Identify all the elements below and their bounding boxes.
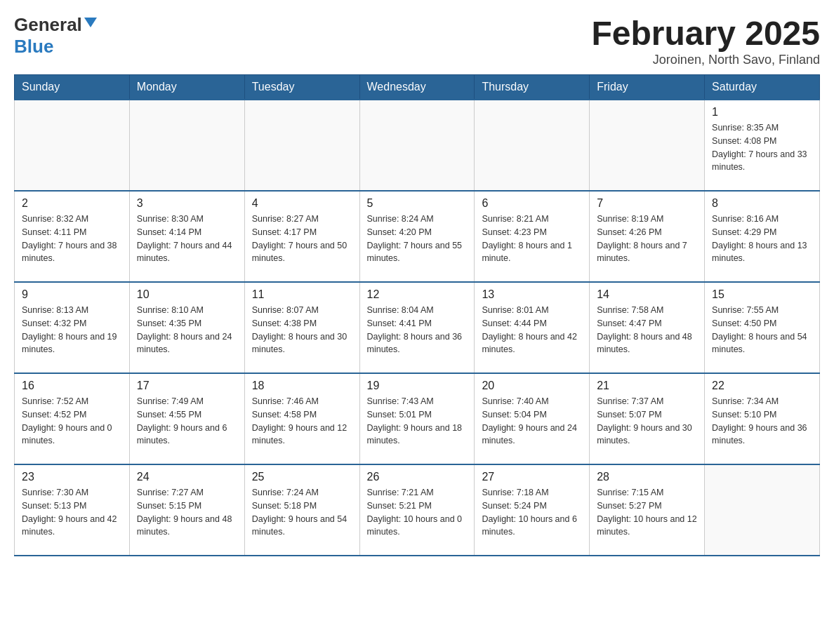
calendar-day-cell: 4Sunrise: 8:27 AMSunset: 4:17 PMDaylight… [244,191,359,282]
day-info: Sunrise: 8:24 AMSunset: 4:20 PMDaylight:… [367,213,468,265]
calendar-subtitle: Joroinen, North Savo, Finland [591,53,820,67]
calendar-day-cell: 2Sunrise: 8:32 AMSunset: 4:11 PMDaylight… [15,191,130,282]
calendar-day-cell: 3Sunrise: 8:30 AMSunset: 4:14 PMDaylight… [129,191,244,282]
day-number: 24 [137,471,237,483]
day-info: Sunrise: 7:34 AMSunset: 5:10 PMDaylight:… [712,395,812,448]
calendar-week-row: 9Sunrise: 8:13 AMSunset: 4:32 PMDaylight… [15,282,820,373]
logo-triangle-icon [84,18,97,30]
day-number: 25 [252,471,352,483]
day-info: Sunrise: 7:40 AMSunset: 5:04 PMDaylight:… [482,395,582,448]
logo: General Blue [14,14,97,58]
calendar-day-cell: 15Sunrise: 7:55 AMSunset: 4:50 PMDayligh… [705,282,820,373]
day-number: 12 [367,288,468,301]
day-number: 8 [712,197,812,210]
calendar-body: 1Sunrise: 8:35 AMSunset: 4:08 PMDaylight… [15,100,820,556]
day-number: 15 [712,288,812,301]
calendar-day-cell [359,100,475,191]
calendar-day-cell: 11Sunrise: 8:07 AMSunset: 4:38 PMDayligh… [244,282,359,373]
day-number: 2 [22,197,122,210]
weekday-header-monday: Monday [129,75,244,100]
day-info: Sunrise: 8:35 AMSunset: 4:08 PMDaylight:… [712,121,812,174]
weekday-header-friday: Friday [590,75,705,100]
calendar-title: February 2025 [591,14,820,53]
calendar-table: SundayMondayTuesdayWednesdayThursdayFrid… [14,74,820,556]
day-number: 21 [597,380,697,392]
day-number: 1 [712,106,812,119]
calendar-day-cell: 13Sunrise: 8:01 AMSunset: 4:44 PMDayligh… [475,282,590,373]
day-number: 3 [137,197,237,210]
weekday-header-tuesday: Tuesday [244,75,359,100]
day-info: Sunrise: 7:52 AMSunset: 4:52 PMDaylight:… [22,395,122,448]
day-number: 5 [367,197,468,210]
day-number: 27 [482,471,582,483]
day-number: 22 [712,380,812,392]
day-number: 23 [22,471,122,483]
day-number: 19 [367,380,468,392]
day-info: Sunrise: 7:24 AMSunset: 5:18 PMDaylight:… [252,486,352,539]
calendar-week-row: 23Sunrise: 7:30 AMSunset: 5:13 PMDayligh… [15,464,820,556]
day-number: 17 [137,380,237,392]
calendar-week-row: 16Sunrise: 7:52 AMSunset: 4:52 PMDayligh… [15,373,820,464]
day-info: Sunrise: 7:27 AMSunset: 5:15 PMDaylight:… [137,486,237,539]
calendar-week-row: 2Sunrise: 8:32 AMSunset: 4:11 PMDaylight… [15,191,820,282]
calendar-day-cell [705,464,820,556]
calendar-day-cell: 1Sunrise: 8:35 AMSunset: 4:08 PMDaylight… [705,100,820,191]
day-info: Sunrise: 8:04 AMSunset: 4:41 PMDaylight:… [367,304,468,356]
weekday-header-wednesday: Wednesday [359,75,475,100]
day-info: Sunrise: 8:21 AMSunset: 4:23 PMDaylight:… [482,213,582,265]
weekday-header-saturday: Saturday [705,75,820,100]
day-info: Sunrise: 7:43 AMSunset: 5:01 PMDaylight:… [367,395,468,448]
day-number: 18 [252,380,352,392]
day-info: Sunrise: 7:49 AMSunset: 4:55 PMDaylight:… [137,395,237,448]
day-info: Sunrise: 7:37 AMSunset: 5:07 PMDaylight:… [597,395,697,448]
calendar-day-cell: 22Sunrise: 7:34 AMSunset: 5:10 PMDayligh… [705,373,820,464]
day-info: Sunrise: 8:30 AMSunset: 4:14 PMDaylight:… [137,213,237,265]
weekday-header-thursday: Thursday [475,75,590,100]
day-info: Sunrise: 8:13 AMSunset: 4:32 PMDaylight:… [22,304,122,356]
calendar-day-cell: 28Sunrise: 7:15 AMSunset: 5:27 PMDayligh… [590,464,705,556]
svg-marker-0 [84,18,97,27]
calendar-day-cell: 10Sunrise: 8:10 AMSunset: 4:35 PMDayligh… [129,282,244,373]
day-info: Sunrise: 8:10 AMSunset: 4:35 PMDaylight:… [137,304,237,356]
weekday-header-sunday: Sunday [15,75,130,100]
day-number: 14 [597,288,697,301]
calendar-day-cell: 25Sunrise: 7:24 AMSunset: 5:18 PMDayligh… [244,464,359,556]
calendar-day-cell [244,100,359,191]
calendar-day-cell: 9Sunrise: 8:13 AMSunset: 4:32 PMDaylight… [15,282,130,373]
calendar-day-cell [475,100,590,191]
day-info: Sunrise: 8:07 AMSunset: 4:38 PMDaylight:… [252,304,352,356]
day-number: 7 [597,197,697,210]
calendar-day-cell: 23Sunrise: 7:30 AMSunset: 5:13 PMDayligh… [15,464,130,556]
day-info: Sunrise: 8:32 AMSunset: 4:11 PMDaylight:… [22,213,122,265]
day-number: 10 [137,288,237,301]
day-info: Sunrise: 8:27 AMSunset: 4:17 PMDaylight:… [252,213,352,265]
day-number: 16 [22,380,122,392]
day-info: Sunrise: 7:21 AMSunset: 5:21 PMDaylight:… [367,486,468,539]
day-info: Sunrise: 7:18 AMSunset: 5:24 PMDaylight:… [482,486,582,539]
calendar-day-cell: 27Sunrise: 7:18 AMSunset: 5:24 PMDayligh… [475,464,590,556]
calendar-day-cell: 5Sunrise: 8:24 AMSunset: 4:20 PMDaylight… [359,191,475,282]
day-info: Sunrise: 8:16 AMSunset: 4:29 PMDaylight:… [712,213,812,265]
day-number: 11 [252,288,352,301]
day-number: 26 [367,471,468,483]
day-info: Sunrise: 7:55 AMSunset: 4:50 PMDaylight:… [712,304,812,356]
calendar-day-cell [15,100,130,191]
calendar-day-cell: 19Sunrise: 7:43 AMSunset: 5:01 PMDayligh… [359,373,475,464]
calendar-day-cell [129,100,244,191]
calendar-day-cell: 12Sunrise: 8:04 AMSunset: 4:41 PMDayligh… [359,282,475,373]
calendar-day-cell: 14Sunrise: 7:58 AMSunset: 4:47 PMDayligh… [590,282,705,373]
calendar-header: SundayMondayTuesdayWednesdayThursdayFrid… [15,75,820,100]
calendar-day-cell: 7Sunrise: 8:19 AMSunset: 4:26 PMDaylight… [590,191,705,282]
calendar-day-cell [590,100,705,191]
day-number: 28 [597,471,697,483]
weekday-header-row: SundayMondayTuesdayWednesdayThursdayFrid… [15,75,820,100]
day-number: 6 [482,197,582,210]
logo-general-text: General [14,14,82,36]
calendar-day-cell: 20Sunrise: 7:40 AMSunset: 5:04 PMDayligh… [475,373,590,464]
day-number: 4 [252,197,352,210]
calendar-day-cell: 17Sunrise: 7:49 AMSunset: 4:55 PMDayligh… [129,373,244,464]
day-info: Sunrise: 7:58 AMSunset: 4:47 PMDaylight:… [597,304,697,356]
calendar-day-cell: 21Sunrise: 7:37 AMSunset: 5:07 PMDayligh… [590,373,705,464]
day-number: 20 [482,380,582,392]
calendar-day-cell: 16Sunrise: 7:52 AMSunset: 4:52 PMDayligh… [15,373,130,464]
